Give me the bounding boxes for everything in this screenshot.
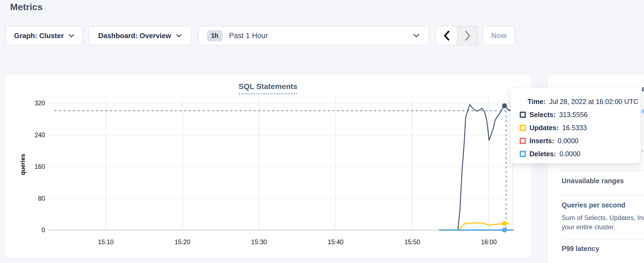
clipped-text-fragment: a <box>642 85 644 93</box>
clipped-text-fragment: . <box>642 145 643 153</box>
prev-range-button[interactable] <box>436 26 457 45</box>
sidebar-heading-unavailable-ranges: Unavailable ranges <box>562 177 624 185</box>
sql-statements-chart-card: SQL Statements 08016024032015:1015:2015:… <box>4 74 532 258</box>
svg-text:0: 0 <box>41 227 45 234</box>
svg-text:15:40: 15:40 <box>328 238 344 246</box>
graph-dropdown[interactable]: Graph: Cluster <box>6 26 82 45</box>
clipped-text-fragment: s <box>641 107 644 115</box>
time-range-label: Past 1 Hour <box>229 32 413 40</box>
now-button-label: Now <box>491 32 507 40</box>
svg-text:15:30: 15:30 <box>251 238 267 246</box>
dashboard-dropdown-label: Dashboard: Overview <box>98 32 171 40</box>
chevron-right-icon <box>465 31 471 41</box>
updates-series-swatch-icon <box>520 125 526 131</box>
chevron-down-icon <box>413 34 419 38</box>
chevron-down-icon <box>69 34 74 38</box>
tooltip-row-selects: Selects: 313.5556 <box>520 108 640 121</box>
time-range-badge: 1h <box>207 30 222 41</box>
dashboard-dropdown[interactable]: Dashboard: Overview <box>89 26 191 45</box>
tooltip-row-deletes: Deletes: 0.0000 <box>520 147 640 160</box>
metrics-page: Metrics Graph: Cluster Dashboard: Overvi… <box>0 0 644 263</box>
svg-text:160: 160 <box>35 163 45 170</box>
svg-text:320: 320 <box>35 100 45 107</box>
svg-text:15:10: 15:10 <box>98 238 114 246</box>
svg-text:15:50: 15:50 <box>404 238 420 246</box>
svg-text:queries: queries <box>19 154 26 175</box>
svg-text:16:00: 16:00 <box>481 238 497 246</box>
sidebar-divider <box>562 238 644 239</box>
graph-dropdown-label: Graph: Cluster <box>14 32 64 40</box>
chart-title-wrap: SQL Statements <box>4 82 532 94</box>
inserts-series-swatch-icon <box>520 138 526 144</box>
sidebar-divider <box>562 195 644 195</box>
sql-statements-chart[interactable]: 08016024032015:1015:2015:3015:4015:5016:… <box>4 75 532 258</box>
chevron-down-icon <box>176 34 182 38</box>
sidebar-description-line: your entire cluster. <box>562 223 615 231</box>
time-range-select[interactable]: 1h Past 1 Hour <box>198 26 429 45</box>
svg-text:15:20: 15:20 <box>174 238 190 246</box>
next-range-button[interactable] <box>457 26 479 45</box>
sidebar-heading-queries-per-second: Queries per second <box>562 201 625 209</box>
deletes-series-swatch-icon <box>520 151 526 157</box>
tooltip-time-row: Time: Jul 28, 2022 at 16:02:00 UTC <box>520 95 640 108</box>
sidebar-heading-p99-latency: P99 latency <box>562 245 599 253</box>
tooltip-time-label: Time: <box>528 98 546 106</box>
tooltip-time-value: Jul 28, 2022 at 16:02:00 UTC <box>549 98 638 106</box>
svg-text:240: 240 <box>35 132 45 139</box>
chevron-left-icon <box>444 31 450 41</box>
sidebar-description-line: Sum of Selects, Updates, Inser <box>562 214 644 222</box>
chart-title[interactable]: SQL Statements <box>239 82 297 94</box>
tooltip-row-inserts: Inserts: 0.0000 <box>520 134 640 147</box>
page-title: Metrics <box>10 2 43 12</box>
svg-text:80: 80 <box>38 195 45 202</box>
now-button[interactable]: Now <box>483 26 515 45</box>
sidebar-divider <box>562 170 644 171</box>
chart-tooltip: Time: Jul 28, 2022 at 16:02:00 UTC Selec… <box>510 87 641 163</box>
tooltip-row-updates: Updates: 16.5333 <box>520 121 640 134</box>
selects-series-swatch-icon <box>520 112 526 118</box>
